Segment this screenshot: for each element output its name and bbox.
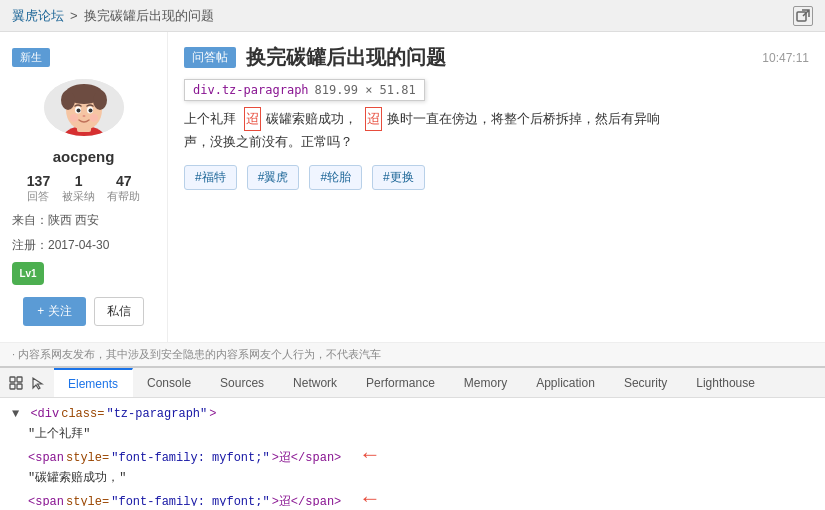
tab-security[interactable]: Security xyxy=(610,368,682,397)
tab-console[interactable]: Console xyxy=(133,368,206,397)
tab-lighthouse[interactable]: Lighthouse xyxy=(682,368,770,397)
avatar xyxy=(44,79,124,136)
breadcrumb: 翼虎论坛 > 换完碳罐后出现的问题 xyxy=(12,7,214,25)
devtools-panel: Elements Console Sources Network Perform… xyxy=(0,366,825,506)
user-registered: 注册：2017-04-30 xyxy=(12,237,109,254)
svg-rect-15 xyxy=(10,377,15,382)
code-line-5: <span style= "font-family: myfont;" >迢</… xyxy=(12,489,813,506)
devtools-icons xyxy=(0,368,54,397)
follow-button[interactable]: + 关注 xyxy=(23,297,85,326)
post-tag: 问答帖 xyxy=(184,47,236,68)
code-line-3: <span style= "font-family: myfont;" >迢</… xyxy=(12,445,813,468)
main-content: 新生 xyxy=(0,32,825,342)
svg-rect-18 xyxy=(17,384,22,389)
arrow-2: ← xyxy=(363,489,376,506)
svg-point-10 xyxy=(76,108,80,112)
breadcrumb-site[interactable]: 翼虎论坛 xyxy=(12,7,64,25)
post-title: 换完碳罐后出现的问题 xyxy=(246,44,446,71)
inspect-icon[interactable] xyxy=(8,375,24,391)
username: aocpeng xyxy=(53,148,115,165)
user-badge: 新生 xyxy=(12,48,50,67)
user-origin: 来自：陕西 西安 xyxy=(12,212,99,229)
devtools-tabs: Elements Console Sources Network Perform… xyxy=(0,368,825,398)
svg-point-12 xyxy=(82,115,85,117)
code-panel: ▼ <div class= "tz-paragraph" > "上个礼拜" <s… xyxy=(0,398,825,506)
external-link-icon[interactable] xyxy=(793,6,813,26)
breadcrumb-page: 换完碳罐后出现的问题 xyxy=(84,7,214,25)
triangle-icon: ▼ xyxy=(12,404,19,424)
svg-point-6 xyxy=(61,90,75,110)
tab-application[interactable]: Application xyxy=(522,368,610,397)
tag-ford[interactable]: #福特 xyxy=(184,165,237,190)
top-bar: 翼虎论坛 > 换完碳罐后出现的问题 xyxy=(0,0,825,32)
svg-point-13 xyxy=(70,114,78,122)
inspector-tooltip: div.tz-paragraph 819.99 × 51.81 xyxy=(184,79,425,101)
tab-elements[interactable]: Elements xyxy=(54,368,133,397)
post-area: 问答帖 换完碳罐后出现的问题 10:47:11 div.tz-paragraph… xyxy=(168,32,825,342)
tag-yihu[interactable]: #翼虎 xyxy=(247,165,300,190)
code-line-2: "上个礼拜" xyxy=(12,424,813,444)
tag-wheel[interactable]: #轮胎 xyxy=(309,165,362,190)
user-stats: 137 回答 1 被采纳 47 有帮助 xyxy=(27,173,140,204)
tab-sources[interactable]: Sources xyxy=(206,368,279,397)
user-sidebar: 新生 xyxy=(0,32,168,342)
stat-adopted: 1 被采纳 xyxy=(62,173,95,204)
tags-row: #福特 #翼虎 #轮胎 #更换 xyxy=(184,165,809,190)
footer-notice: · 内容系网友发布，其中涉及到安全隐患的内容系网友个人行为，不代表汽车 xyxy=(0,342,825,366)
tag-replace[interactable]: #更换 xyxy=(372,165,425,190)
post-time: 10:47:11 xyxy=(762,51,809,65)
code-line-1: ▼ <div class= "tz-paragraph" > xyxy=(12,404,813,424)
svg-rect-16 xyxy=(17,377,22,382)
inspector-dims: 819.99 × 51.81 xyxy=(315,83,416,97)
svg-point-11 xyxy=(88,108,92,112)
svg-point-7 xyxy=(93,90,107,110)
arrow-1: ← xyxy=(363,445,376,467)
highlight-2: 迢 xyxy=(365,107,382,131)
breadcrumb-separator: > xyxy=(70,8,78,23)
post-header: 问答帖 换完碳罐后出现的问题 10:47:11 xyxy=(184,44,809,71)
svg-rect-17 xyxy=(10,384,15,389)
sidebar-buttons: + 关注 私信 xyxy=(23,297,143,326)
code-line-4: "碳罐索赔成功，" xyxy=(12,468,813,488)
level-badge: Lv1 xyxy=(12,262,44,285)
inspector-element: div.tz-paragraph xyxy=(193,83,309,97)
highlight-1: 迢 xyxy=(244,107,261,131)
post-body: 上个礼拜 迢 碳罐索赔成功， 迢 换时一直在傍边，将整个后桥拆掉，然后有异响 声… xyxy=(184,107,809,153)
svg-point-14 xyxy=(90,114,98,122)
tab-network[interactable]: Network xyxy=(279,368,352,397)
stat-helpful: 47 有帮助 xyxy=(107,173,140,204)
tab-performance[interactable]: Performance xyxy=(352,368,450,397)
stat-answers: 137 回答 xyxy=(27,173,50,204)
tab-memory[interactable]: Memory xyxy=(450,368,522,397)
cursor-icon[interactable] xyxy=(30,375,46,391)
message-button[interactable]: 私信 xyxy=(94,297,144,326)
